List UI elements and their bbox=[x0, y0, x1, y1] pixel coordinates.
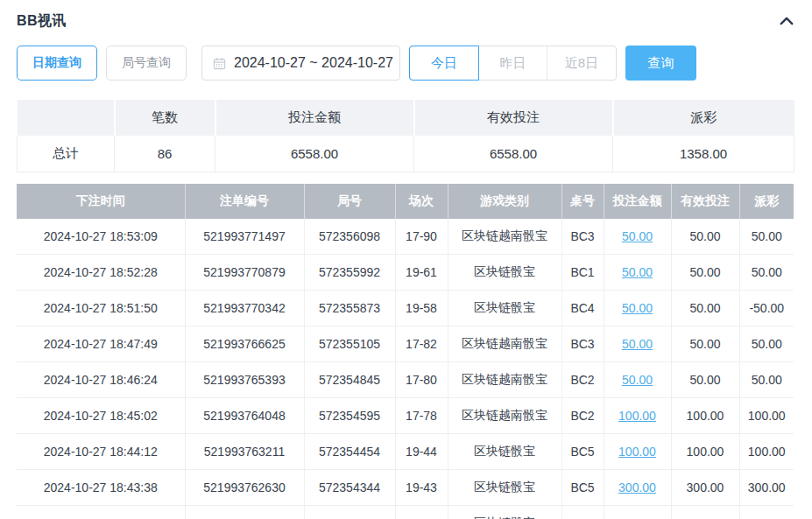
cell-round-id: 572354344 bbox=[304, 470, 395, 506]
cell-bet-amount: 50.00 bbox=[604, 291, 671, 326]
bet-amount-link[interactable]: 50.00 bbox=[622, 373, 653, 387]
cell-round-id: 572355105 bbox=[304, 326, 395, 362]
cell-valid-bet: 50.00 bbox=[671, 219, 739, 255]
cell-session: 19-58 bbox=[395, 291, 448, 326]
cell-table-id: BC5 bbox=[561, 470, 604, 506]
cell-payout: 50.00 bbox=[739, 255, 794, 291]
cell-game-type: 区块链骰宝 bbox=[448, 434, 561, 470]
cell-payout: 50.00 bbox=[739, 362, 794, 398]
table-row: 2024-10-27 18:52:28 521993770879 5723559… bbox=[17, 255, 794, 291]
cell-order-id: 521993766625 bbox=[185, 326, 304, 362]
cell-session: 19-42 bbox=[395, 506, 448, 519]
cell-bet-time: 2024-10-27 18:52:28 bbox=[17, 255, 185, 291]
cell-valid-bet: 50.00 bbox=[671, 362, 739, 398]
quick-range-last8days-button[interactable]: 近8日 bbox=[547, 46, 616, 80]
cell-table-id: BC1 bbox=[561, 255, 604, 291]
cell-session: 19-44 bbox=[395, 434, 448, 470]
bet-amount-link[interactable]: 50.00 bbox=[622, 337, 653, 351]
cell-valid-bet: 100.00 bbox=[671, 434, 739, 470]
cell-bet-time: 2024-10-27 18:45:02 bbox=[17, 398, 185, 434]
bet-table-body: 2024-10-27 18:53:09 521993771497 5723560… bbox=[17, 219, 794, 519]
calendar-icon bbox=[213, 57, 226, 70]
header-table-id: 桌号 bbox=[561, 184, 604, 219]
query-mode-date-button[interactable]: 日期查询 bbox=[17, 46, 97, 81]
cell-payout: 100.00 bbox=[739, 398, 794, 434]
bb-video-panel: BB视讯 日期查询 局号查询 2024-10-27 ~ 2024-10-27 bbox=[0, 11, 812, 519]
header-session: 场次 bbox=[395, 184, 448, 219]
cell-table-id: BC5 bbox=[561, 434, 604, 470]
bet-amount-link[interactable]: 50.00 bbox=[622, 301, 653, 315]
cell-valid-bet: 50.00 bbox=[671, 291, 739, 326]
cell-bet-time: 2024-10-27 18:43:03 bbox=[17, 506, 185, 519]
cell-round-id: 572354240 bbox=[304, 506, 395, 519]
query-mode-round-button[interactable]: 局号查询 bbox=[106, 46, 187, 81]
cell-session: 19-61 bbox=[395, 255, 448, 291]
cell-table-id: BC3 bbox=[561, 326, 604, 362]
cell-session: 17-90 bbox=[395, 219, 448, 255]
cell-session: 17-80 bbox=[395, 362, 448, 398]
panel-header: BB视讯 bbox=[17, 11, 795, 32]
cell-round-id: 572354595 bbox=[304, 398, 395, 434]
summary-header-row: 笔数 投注金额 有效投注 派彩 bbox=[18, 100, 794, 136]
cell-valid-bet: 50.00 bbox=[671, 255, 739, 291]
table-row: 2024-10-27 18:43:03 521993762004 5723542… bbox=[17, 506, 794, 519]
cell-bet-amount: 300.00 bbox=[604, 470, 671, 506]
summary-total-bet-amount: 6558.00 bbox=[215, 136, 414, 172]
cell-round-id: 572355873 bbox=[304, 291, 395, 326]
cell-table-id: BC3 bbox=[561, 219, 604, 255]
cell-round-id: 572356098 bbox=[304, 219, 395, 255]
cell-bet-amount: 100.00 bbox=[604, 434, 671, 470]
summary-header-count: 笔数 bbox=[115, 100, 215, 136]
cell-bet-amount: 50.00 bbox=[604, 362, 671, 398]
bet-amount-link[interactable]: 100.00 bbox=[618, 445, 656, 459]
bet-amount-link[interactable]: 300.00 bbox=[618, 480, 656, 494]
bet-amount-link[interactable]: 50.00 bbox=[622, 229, 653, 243]
bet-amount-link[interactable]: 50.00 bbox=[622, 265, 653, 279]
summary-header-valid-bet: 有效投注 bbox=[414, 100, 613, 136]
summary-header-bet-amount: 投注金额 bbox=[215, 100, 414, 136]
cell-bet-time: 2024-10-27 18:53:09 bbox=[17, 219, 185, 255]
cell-game-type: 区块链越南骰宝 bbox=[448, 219, 561, 255]
cell-game-type: 区块链骰宝 bbox=[448, 255, 561, 291]
cell-order-id: 521993770879 bbox=[185, 255, 304, 291]
summary-table: 笔数 投注金额 有效投注 派彩 总计 86 6558.00 6558.00 13… bbox=[17, 100, 794, 172]
header-order-id: 注单编号 bbox=[185, 184, 304, 219]
header-valid-bet: 有效投注 bbox=[671, 184, 739, 219]
quick-range-today-button[interactable]: 今日 bbox=[409, 46, 479, 81]
table-row: 2024-10-27 18:53:09 521993771497 5723560… bbox=[17, 219, 794, 255]
summary-total-payout: 1358.00 bbox=[613, 136, 794, 172]
search-button[interactable]: 查询 bbox=[625, 46, 696, 81]
cell-payout: -50.00 bbox=[739, 291, 794, 326]
table-row: 2024-10-27 18:43:38 521993762630 5723543… bbox=[17, 470, 794, 506]
cell-bet-amount: 200.00 bbox=[604, 506, 671, 519]
cell-bet-time: 2024-10-27 18:43:38 bbox=[17, 470, 185, 506]
collapse-panel-button[interactable] bbox=[778, 13, 795, 29]
cell-order-id: 521993765393 bbox=[185, 362, 304, 398]
cell-bet-amount: 50.00 bbox=[604, 219, 671, 255]
date-range-value: 2024-10-27 ~ 2024-10-27 bbox=[234, 55, 393, 71]
cell-bet-amount: 50.00 bbox=[604, 255, 671, 291]
summary-total-label: 总计 bbox=[18, 136, 115, 172]
cell-valid-bet: 50.00 bbox=[671, 326, 739, 362]
cell-game-type: 区块链骰宝 bbox=[448, 506, 561, 519]
bet-table-header-row: 下注时间 注单编号 局号 场次 游戏类别 桌号 投注金额 有效投注 派彩 bbox=[17, 184, 794, 219]
quick-range-yesterday-button[interactable]: 昨日 bbox=[479, 46, 547, 80]
filter-toolbar: 日期查询 局号查询 2024-10-27 ~ 2024-10-27 今日 昨日 … bbox=[17, 46, 795, 81]
bet-amount-link[interactable]: 100.00 bbox=[618, 409, 656, 423]
cell-game-type: 区块链越南骰宝 bbox=[448, 362, 561, 398]
cell-bet-time: 2024-10-27 18:46:24 bbox=[17, 362, 185, 398]
header-payout: 派彩 bbox=[739, 184, 794, 219]
page-title: BB视讯 bbox=[17, 12, 67, 31]
cell-payout: 50.00 bbox=[739, 219, 794, 255]
cell-payout: 100.00 bbox=[739, 434, 794, 470]
date-range-input[interactable]: 2024-10-27 ~ 2024-10-27 bbox=[201, 46, 400, 81]
cell-table-id: BC5 bbox=[561, 506, 604, 519]
cell-bet-time: 2024-10-27 18:44:12 bbox=[17, 434, 185, 470]
chevron-up-icon bbox=[778, 13, 795, 29]
cell-table-id: BC4 bbox=[561, 291, 604, 326]
cell-session: 19-43 bbox=[395, 470, 448, 506]
cell-payout: 300.00 bbox=[739, 470, 794, 506]
quick-range-group: 今日 昨日 近8日 bbox=[409, 46, 617, 81]
cell-game-type: 区块链骰宝 bbox=[448, 291, 561, 326]
summary-total-valid-bet: 6558.00 bbox=[414, 136, 613, 172]
